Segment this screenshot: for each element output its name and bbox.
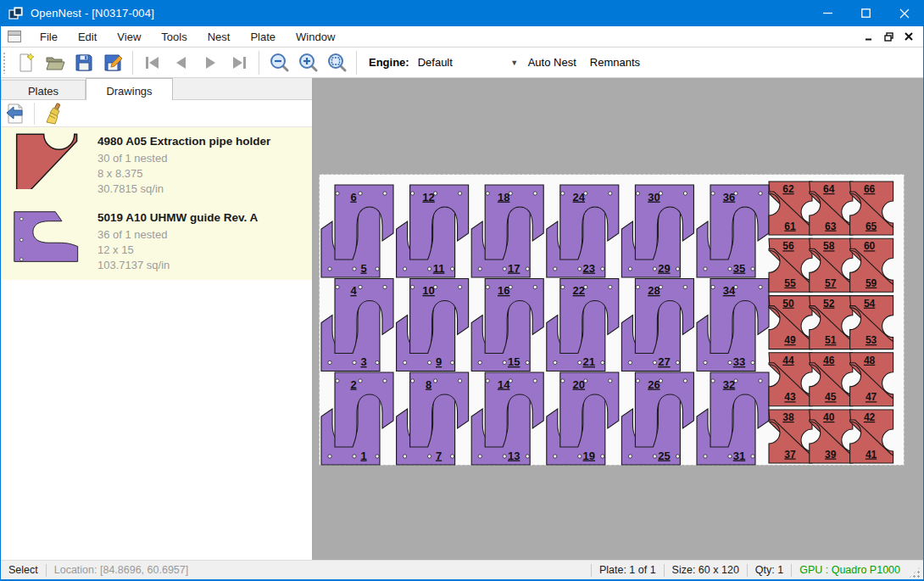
engine-dropdown-arrow[interactable]: ▼ [508,54,521,71]
svg-text:37: 37 [784,449,796,461]
svg-text:27: 27 [658,355,670,368]
zoom-fit-button[interactable] [322,50,351,75]
zoom-out-button[interactable] [264,50,293,75]
svg-text:55: 55 [784,277,796,289]
zoom-in-button[interactable] [293,50,322,75]
svg-text:40: 40 [823,411,835,423]
toolbar-separator [259,51,259,75]
svg-text:7: 7 [436,450,442,462]
menu-edit[interactable]: Edit [68,27,107,47]
minimize-button[interactable] [809,0,847,26]
svg-text:36: 36 [723,191,735,204]
svg-text:34: 34 [723,284,736,297]
new-document-icon [16,53,36,73]
svg-text:62: 62 [782,183,794,195]
svg-text:10: 10 [422,284,434,297]
nest-canvas[interactable]: 2143658710912111413161518172019222124232… [313,78,923,560]
toolbar-grip[interactable] [3,52,7,74]
status-location: Location: [84.8696, 60.6957] [54,564,188,576]
svg-text:51: 51 [825,334,837,346]
svg-text:60: 60 [864,240,876,252]
svg-text:18: 18 [498,191,509,204]
tab-drawings[interactable]: Drawings [86,78,173,100]
svg-text:35: 35 [733,262,745,275]
go-last-icon [230,53,248,72]
drawing-item-1[interactable]: 4980 A05 Extraction pipe holder 30 of 1 … [1,127,312,204]
menu-view[interactable]: View [107,27,151,47]
main-toolbar: Engine: Default ▼ Auto Nest Remnants [1,47,923,78]
minimize-icon [823,8,832,18]
svg-text:21: 21 [583,355,595,368]
go-next-button[interactable] [196,50,225,75]
status-bar: Select Location: [84.8696, 60.6957] Plat… [1,560,923,579]
save-button[interactable] [70,50,98,75]
document-system-icon[interactable] [8,31,21,42]
menu-file[interactable]: File [30,27,68,47]
svg-text:46: 46 [823,355,835,366]
menu-bar: File Edit View Tools Nest Plate Window [1,26,923,47]
svg-text:44: 44 [782,355,794,366]
svg-text:47: 47 [866,391,877,403]
drawing-thumbnail-purple [13,209,94,273]
svg-text:52: 52 [823,298,835,310]
mdi-restore-button[interactable] [881,30,896,43]
drawing-list: 4980 A05 Extraction pipe holder 30 of 1 … [1,127,312,560]
resize-grip[interactable] [909,567,921,578]
auto-nest-button[interactable]: Auto Nest [521,51,583,74]
close-button[interactable] [885,0,923,26]
svg-text:58: 58 [823,240,835,252]
status-qty: Qty: 1 [755,564,783,576]
mdi-restore-icon [884,32,893,42]
engine-select[interactable]: Default [415,53,508,72]
clear-brush-button[interactable] [39,102,68,126]
menu-plate[interactable]: Plate [240,27,286,47]
engine-label: Engine: [369,56,409,69]
svg-text:15: 15 [508,355,520,368]
go-next-icon [201,53,220,72]
svg-text:65: 65 [866,221,877,232]
panel-toolbar-separator [34,103,35,125]
menu-nest[interactable]: Nest [198,27,241,47]
remnants-button[interactable]: Remnants [583,51,647,74]
svg-text:16: 16 [498,284,509,297]
open-button[interactable] [41,50,70,75]
status-gpu: GPU : Quadro P1000 [799,564,900,576]
svg-text:53: 53 [866,334,877,346]
svg-text:41: 41 [866,449,877,461]
window-title: OpenNest - [N0317-004] [31,7,154,20]
mdi-close-button[interactable] [901,30,916,43]
go-first-button[interactable] [138,50,167,75]
maximize-button[interactable] [847,0,885,26]
open-folder-icon [45,53,65,73]
return-drawing-button[interactable] [1,102,30,126]
svg-text:26: 26 [648,378,660,391]
svg-text:54: 54 [864,298,876,310]
menu-window[interactable]: Window [286,27,345,47]
tab-plates[interactable]: Plates [1,80,86,99]
drawing-nested-count: 30 of 1 nested [97,151,270,166]
svg-text:61: 61 [784,221,796,232]
svg-text:45: 45 [825,391,837,403]
svg-text:9: 9 [436,355,442,368]
title-bar[interactable]: OpenNest - [N0317-004] [1,0,923,26]
svg-text:22: 22 [573,284,585,297]
svg-text:24: 24 [573,191,586,204]
save-as-button[interactable] [98,50,127,75]
go-previous-button[interactable] [167,50,196,75]
drawings-panel: Plates Drawings [1,78,313,560]
svg-text:5: 5 [360,262,366,275]
app-icon [8,7,24,20]
svg-text:12: 12 [422,191,434,204]
svg-text:29: 29 [658,262,670,275]
mdi-close-icon [905,32,913,41]
new-button[interactable] [12,50,41,75]
drawing-area: 103.7137 sq/in [97,258,258,273]
mdi-minimize-button[interactable] [860,30,876,43]
toolbar-separator [132,51,133,75]
svg-text:63: 63 [825,221,837,232]
drawing-item-2[interactable]: 5019 A10 UHMW guide Rev. A 36 of 1 neste… [1,204,312,280]
svg-text:28: 28 [648,284,660,297]
menu-tools[interactable]: Tools [151,27,197,47]
go-last-button[interactable] [225,50,253,75]
svg-text:50: 50 [782,298,794,310]
